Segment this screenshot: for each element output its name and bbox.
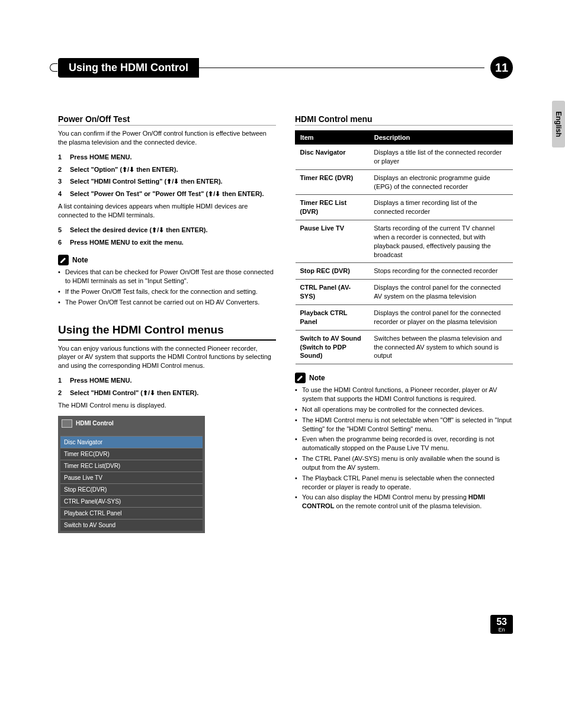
page-number-badge: 53 En (490, 615, 513, 634)
language-tab: English (552, 101, 565, 147)
table-header-desc: Description (369, 131, 512, 145)
menu-item: Stop REC(DVR) (60, 483, 203, 495)
menu-item: Switch to AV Sound (60, 519, 203, 531)
paragraph: A list containing devices appears when m… (58, 202, 276, 220)
section-heading: Power On/Off Test (58, 114, 276, 126)
step-item: 3 Select "HDMI Control Setting" (⬆/⬇ the… (58, 177, 276, 186)
right-column: HDMI Control menu Item Description Disc … (295, 114, 513, 533)
menu-item: Playback CTRL Panel (60, 507, 203, 519)
section-heading: HDMI Control menu (295, 114, 513, 126)
menu-item: Pause Live TV (60, 472, 203, 483)
table-row: Pause Live TVStarts recording of the cur… (296, 220, 513, 263)
table-row: CTRL Panel (AV-SYS)Displays the control … (296, 280, 513, 305)
note-bullet: The HDMI Control menu is not selectable … (295, 416, 513, 434)
chapter-title: Using the HDMI Control (58, 58, 199, 78)
pencil-note-icon (295, 373, 306, 383)
note-bullet: To use the HDMI Control functions, a Pio… (295, 386, 513, 403)
note-bullet: If the Power On/Off Test fails, check fo… (58, 287, 276, 296)
note-label: Note (309, 374, 325, 382)
note-bullet: The Power On/Off Test cannot be carried … (58, 298, 276, 307)
chapter-number-badge: 11 (490, 56, 513, 79)
step-item: 1 Press HOME MENU. (58, 153, 276, 162)
menu-item: Timer REC(DVR) (60, 448, 203, 460)
table-row: Timer REC List (DVR)Displays a timer rec… (296, 195, 513, 220)
note-label: Note (72, 256, 88, 264)
step-item: 5 Select the desired device (⬆/⬇ then EN… (58, 226, 276, 235)
hdmi-control-menu-table: Item Description Disc NavigatorDisplays … (295, 130, 513, 364)
note-bullet: You can also display the HDMI Control me… (295, 493, 513, 511)
note-bullet: Not all operations may be controlled for… (295, 405, 513, 414)
note-bullet: The Playback CTRL Panel menu is selectab… (295, 474, 513, 492)
step-item: 4 Select "Power On Test" or "Power Off T… (58, 190, 276, 198)
left-column: Power On/Off Test You can confirm if the… (58, 114, 276, 533)
paragraph: You can enjoy various functions with the… (58, 344, 276, 371)
step-item: 2 Select "Option" (⬆/⬇ then ENTER). (58, 165, 276, 174)
tv-icon (62, 419, 72, 428)
note-bullet: Devices that can be checked for Power On… (58, 268, 276, 286)
hdmi-control-menu-screenshot: HDMI Control Disc Navigator Timer REC(DV… (58, 416, 205, 533)
table-row: Disc NavigatorDisplays a title list of t… (296, 145, 513, 170)
step-item: 2 Select "HDMI Control" (⬆/⬇ then ENTER)… (58, 389, 276, 397)
pencil-note-icon (58, 255, 69, 265)
table-header-item: Item (296, 131, 370, 145)
table-row: Timer REC (DVR)Displays an electronic pr… (296, 169, 513, 195)
menu-item: Disc Navigator (60, 436, 203, 448)
menu-title: HDMI Control (76, 420, 114, 426)
section-heading-large: Using the HDMI Control menus (58, 323, 276, 341)
table-row: Switch to AV Sound (Switch to PDP Sound)… (296, 330, 513, 364)
note-bullet: The CTRL Panel (AV-SYS) menu is only ava… (295, 454, 513, 472)
menu-item: CTRL Panel(AV-SYS) (60, 495, 203, 507)
paragraph: The HDMI Control menu is displayed. (58, 401, 276, 410)
step-item: 6 Press HOME MENU to exit the menu. (58, 238, 276, 247)
table-row: Playback CTRL PanelDisplays the control … (296, 304, 513, 330)
chapter-header: Using the HDMI Control 11 (58, 56, 513, 79)
table-row: Stop REC (DVR)Stops recording for the co… (296, 263, 513, 280)
menu-item: Timer REC List(DVR) (60, 460, 203, 472)
paragraph: You can confirm if the Power On/Off cont… (58, 129, 276, 147)
note-bullet: Even when the programme being recorded i… (295, 435, 513, 453)
step-item: 1 Press HOME MENU. (58, 376, 276, 385)
